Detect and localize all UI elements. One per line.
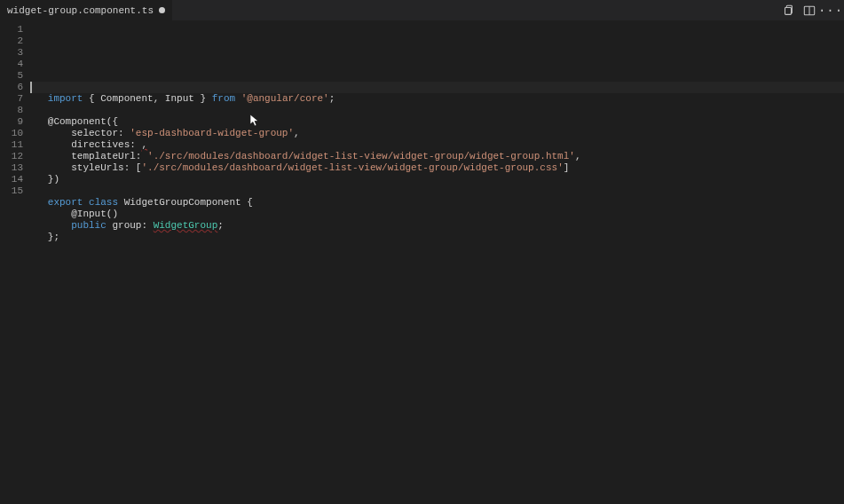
line-number: 14	[0, 174, 23, 185]
tabbar-actions: ···	[782, 4, 844, 17]
code-line	[30, 185, 844, 197]
line-number: 15	[0, 185, 23, 197]
line-number: 1	[0, 24, 23, 35]
tab-widget-group-component[interactable]: widget-group.component.ts	[0, 0, 172, 20]
line-number: 2	[0, 35, 23, 47]
copy-icon[interactable]	[782, 4, 794, 17]
line-number: 5	[0, 70, 23, 82]
tab-bar: widget-group.component.ts ···	[0, 0, 844, 21]
tab-title: widget-group.component.ts	[7, 5, 154, 16]
code-line: public group: WidgetGroup;	[30, 220, 844, 232]
line-number: 11	[0, 139, 23, 151]
text-cursor	[30, 82, 32, 93]
code-line: templateUrl: './src/modules/dashboard/wi…	[30, 151, 844, 162]
dirty-indicator-icon	[159, 7, 165, 13]
code-line: })	[30, 174, 844, 185]
code-line	[30, 105, 844, 116]
code-line: export class WidgetGroupComponent {	[30, 197, 844, 209]
line-number: 12	[0, 151, 23, 162]
code-line: selector: 'esp-dashboard-widget-group',	[30, 128, 844, 139]
code-line: @Input()	[30, 209, 844, 220]
code-line: styleUrls: ['./src/modules/dashboard/wid…	[30, 162, 844, 174]
line-number: 9	[0, 116, 23, 128]
code-line: directives: ,	[30, 139, 844, 151]
tabs-container: widget-group.component.ts	[0, 0, 172, 20]
line-number: 6	[0, 82, 23, 93]
line-number: 7	[0, 93, 23, 105]
code-area[interactable]: import { Component, Input } from '@angul…	[30, 21, 844, 504]
more-icon[interactable]: ···	[824, 4, 837, 17]
line-number: 13	[0, 162, 23, 174]
code-line	[30, 243, 844, 255]
line-number: 4	[0, 59, 23, 70]
line-number: 8	[0, 105, 23, 116]
line-number-gutter: 123456789101112131415	[0, 21, 30, 504]
code-line: @Component({	[30, 116, 844, 128]
code-line: };	[30, 232, 844, 243]
line-number: 3	[0, 47, 23, 59]
svg-rect-0	[785, 7, 792, 14]
split-editor-icon[interactable]	[803, 4, 816, 17]
active-line-highlight	[30, 82, 844, 93]
editor: 123456789101112131415 import { Component…	[0, 21, 844, 504]
code-line: import { Component, Input } from '@angul…	[30, 93, 844, 105]
line-number: 10	[0, 128, 23, 139]
